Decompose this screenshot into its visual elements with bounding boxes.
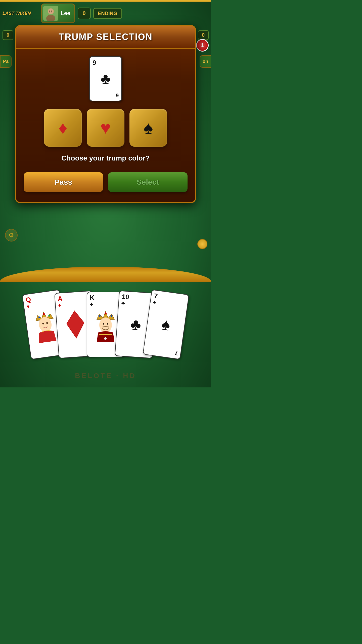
10c-rank: 10 — [122, 293, 129, 300]
player-name: Lee — [61, 10, 70, 17]
10c-suit-tl: ♣ — [121, 300, 125, 306]
coin-icon — [197, 239, 207, 249]
modal-title: TRUMP SELECTION — [59, 32, 152, 42]
pass-button[interactable]: Pass — [24, 172, 103, 192]
svg-point-21 — [103, 323, 104, 325]
gear-icon: ⚙ — [9, 232, 14, 239]
round-indicator: 1 — [196, 39, 209, 52]
last-taken-label: LAST TAKEN — [3, 11, 31, 16]
player-avatar — [43, 6, 58, 21]
trump-card-suit: ♣ — [101, 71, 110, 86]
modal-body: 9 ♣ 6 ♦ ♥ ♠ Choose your trump color? Pas… — [16, 49, 195, 202]
header: LAST TAKEN Lee 0 ENDING — [0, 2, 211, 25]
svg-point-18 — [105, 312, 107, 314]
player-score: 0 — [83, 10, 86, 16]
left-score: 0 — [3, 30, 13, 40]
kc-suit-tl: ♣ — [90, 301, 93, 307]
trump-card-rank-bottom: 6 — [116, 92, 119, 99]
action-buttons-group: Pass Select — [24, 172, 188, 192]
trump-card-rank-top: 9 — [93, 59, 96, 67]
ending-badge: ENDING — [93, 8, 122, 19]
avatar-image — [43, 6, 58, 21]
hearts-icon: ♥ — [100, 118, 111, 138]
ad-rank: A — [58, 295, 63, 302]
svg-point-4 — [49, 11, 50, 12]
svg-point-17 — [99, 317, 112, 333]
player-score-badge: 0 — [78, 8, 91, 19]
right-score: 0 — [198, 30, 209, 40]
svg-point-5 — [51, 11, 52, 12]
svg-point-19 — [99, 315, 101, 317]
select-button[interactable]: Select — [108, 172, 188, 192]
spades-suit-button[interactable]: ♠ — [129, 109, 167, 147]
player-hand: Q ♦ Q — [0, 279, 211, 357]
right-side-button[interactable]: on — [200, 55, 211, 68]
modal-header: TRUMP SELECTION — [16, 26, 195, 49]
diamonds-suit-button[interactable]: ♦ — [44, 109, 82, 147]
diamonds-icon: ♦ — [58, 118, 67, 138]
choose-trump-text: Choose your trump color? — [61, 154, 150, 162]
seven-spades-figure: ♠ — [143, 290, 189, 359]
trump-selection-modal: TRUMP SELECTION 9 ♣ 6 ♦ ♥ ♠ Choose your … — [15, 25, 196, 203]
left-side-button[interactable]: Pa — [0, 55, 12, 68]
kc-rank: K — [90, 294, 95, 301]
top-border — [0, 0, 211, 2]
settings-gear-button[interactable]: ⚙ — [5, 229, 18, 242]
spades-icon: ♠ — [144, 118, 153, 138]
qd-rank: Q — [25, 296, 31, 303]
player-info-card: Lee — [41, 4, 75, 23]
ending-label: ENDING — [98, 11, 117, 16]
ad-suit-tl: ♦ — [58, 302, 61, 308]
svg-marker-14 — [66, 310, 85, 339]
trump-card-display: 9 ♣ 6 — [89, 56, 122, 101]
hearts-suit-button[interactable]: ♥ — [87, 109, 124, 147]
svg-point-20 — [111, 315, 112, 317]
suit-buttons-group: ♦ ♥ ♠ — [44, 109, 167, 147]
watermark: BELOTE · HD — [0, 372, 211, 380]
svg-point-22 — [107, 323, 108, 325]
svg-text:♣: ♣ — [104, 336, 107, 341]
